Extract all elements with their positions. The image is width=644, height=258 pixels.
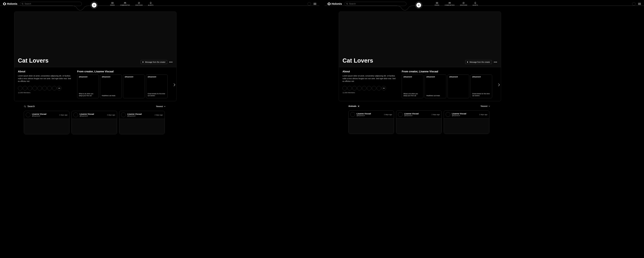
post-avatar[interactable] [398, 112, 403, 117]
member-avatar[interactable] [357, 86, 362, 90]
member-avatar[interactable] [42, 86, 47, 90]
alerts-icon [150, 2, 152, 4]
svg-rect-5 [112, 3, 113, 4]
post-card[interactable]: Lisanne Viscaal @lisanne14 2 days ago [72, 111, 117, 134]
post-author[interactable]: Lisanne Viscaal @lisanne14 [452, 112, 466, 116]
plus-icon: + [416, 3, 421, 8]
member-avatar[interactable] [47, 86, 52, 90]
user-avatar[interactable] [308, 2, 311, 6]
nav-feeds[interactable]: FEEDS [435, 2, 439, 6]
post-avatar[interactable] [350, 112, 355, 117]
post-author[interactable]: Lisanne Viscaal @lisanne14 [404, 112, 418, 116]
creator-card[interactable]: @lisanne14 [123, 74, 145, 98]
creator-card[interactable]: @lisanne14 Healthiest cat treats [425, 74, 446, 98]
nav-discover[interactable]: DISCOVER [460, 2, 467, 6]
post-author[interactable]: Lisanne Viscaal @lisanne14 [356, 112, 371, 116]
member-avatar[interactable] [38, 86, 42, 90]
creator-card[interactable]: @lisanne14 Great breeds for first time c… [470, 74, 492, 98]
nav-items: FEEDS COMMUNITIES DISCOVER ALERTS [110, 2, 154, 6]
member-avatar[interactable] [347, 86, 352, 90]
create-button[interactable]: + [416, 2, 422, 8]
creator-message-button[interactable]: Message from the creator [141, 60, 167, 64]
post-card[interactable]: Lisanne Viscaal @lisanne14 2 days ago [24, 111, 70, 134]
menu-button[interactable] [314, 3, 316, 5]
member-avatar[interactable] [352, 86, 357, 90]
more-options-button[interactable]: ••• [494, 61, 497, 64]
user-avatar[interactable] [632, 2, 636, 6]
nav-feeds[interactable]: FEEDS [110, 2, 115, 6]
member-avatar[interactable] [23, 86, 27, 90]
chevron-right-icon [498, 83, 500, 86]
play-icon [142, 61, 144, 63]
global-search-input[interactable] [24, 3, 80, 5]
member-avatar[interactable] [52, 86, 56, 90]
post-author[interactable]: Lisanne Viscaal @lisanne14 [32, 113, 46, 117]
post-author[interactable]: Lisanne Viscaal @lisanne14 [127, 113, 142, 117]
member-avatar[interactable] [377, 86, 381, 90]
post-time: 2 days ago [107, 114, 115, 116]
post-card[interactable]: Lisanne Viscaal @lisanne14 2 days ago [119, 111, 165, 134]
svg-point-19 [449, 2, 450, 3]
creator-card[interactable]: @lisanne14 What to do when you adopt you… [402, 74, 423, 98]
topbar-right [308, 2, 316, 6]
svg-rect-16 [437, 2, 438, 3]
post-header: Lisanne Viscaal @lisanne14 2 days ago [444, 110, 489, 118]
nav-communities[interactable]: COMMUNITIES [120, 2, 130, 6]
carousel-next-button[interactable] [172, 83, 176, 87]
chevron-right-icon [174, 83, 175, 86]
creator-message-button[interactable]: Message from the creator [465, 60, 492, 64]
feed-filter-tag[interactable]: Animals [348, 105, 360, 107]
member-avatar[interactable] [18, 86, 22, 90]
nav-communities[interactable]: COMMUNITIES [445, 2, 455, 6]
member-avatar[interactable] [367, 86, 371, 90]
close-icon[interactable] [358, 105, 360, 107]
post-avatar[interactable] [446, 112, 450, 117]
member-avatar[interactable] [372, 86, 376, 90]
nav-alerts[interactable]: ALERTS [472, 2, 478, 6]
brand-logo[interactable]: Holonis [3, 2, 18, 6]
post-card[interactable]: Lisanne Viscaal @lisanne14 2 days ago [348, 110, 394, 134]
creator-card[interactable]: @lisanne14 Great breeds for first time c… [146, 74, 168, 98]
brand-name: Holonis [332, 2, 342, 6]
brand-name: Holonis [7, 2, 18, 6]
discover-icon [462, 2, 465, 4]
post-card[interactable]: Lisanne Viscaal @lisanne14 2 days ago [396, 110, 442, 134]
global-search-input[interactable] [349, 3, 405, 5]
creator-section: From creator, Lisanne Viscaal @lisanne14… [77, 70, 173, 98]
svg-point-21 [463, 2, 464, 4]
member-avatar[interactable] [32, 86, 37, 90]
global-search[interactable] [344, 2, 406, 6]
member-avatar[interactable] [28, 86, 32, 90]
member-avatar[interactable] [342, 86, 347, 90]
nav-alerts[interactable]: ALERTS [148, 2, 154, 6]
svg-line-1 [23, 4, 23, 5]
carousel-next-button[interactable] [497, 83, 501, 87]
about-text: Lorem ipsum dolor sit amet, consectetur … [18, 74, 72, 83]
global-search[interactable] [20, 2, 82, 6]
feed-sort-dropdown[interactable]: Newest [156, 105, 166, 108]
post-card[interactable]: Lisanne Viscaal @lisanne14 2 days ago [444, 110, 489, 134]
member-more-button[interactable]: ••• [57, 86, 62, 90]
member-more-button[interactable]: ••• [382, 86, 386, 90]
creator-card[interactable]: @lisanne14 [448, 74, 469, 98]
feed-search[interactable]: Search [24, 105, 35, 108]
creator-card[interactable]: @lisanne14 What to do when you adopt you… [77, 74, 99, 98]
feed-controls: Animals Newest [348, 105, 490, 107]
post-avatar[interactable] [26, 112, 30, 117]
menu-button[interactable] [638, 3, 641, 5]
post-avatar[interactable] [74, 112, 78, 117]
svg-rect-15 [436, 2, 437, 3]
post-time: 2 days ago [59, 114, 68, 116]
post-avatar[interactable] [121, 112, 126, 117]
create-button[interactable]: + [91, 2, 98, 8]
nav-discover[interactable]: DISCOVER [135, 2, 142, 6]
more-options-button[interactable]: ••• [169, 61, 173, 64]
brand-logo[interactable]: Holonis [328, 2, 342, 6]
about-section: About Lorem ipsum dolor sit amet, consec… [342, 70, 396, 98]
community-title: Cat Lovers [18, 57, 48, 64]
feed-sort-dropdown[interactable]: Newest [481, 105, 490, 107]
creator-card[interactable]: @lisanne14 Healthiest cat treats [100, 74, 122, 98]
feeds-icon [111, 2, 114, 4]
member-avatar[interactable] [362, 86, 366, 90]
post-author[interactable]: Lisanne Viscaal @lisanne14 [80, 113, 94, 117]
